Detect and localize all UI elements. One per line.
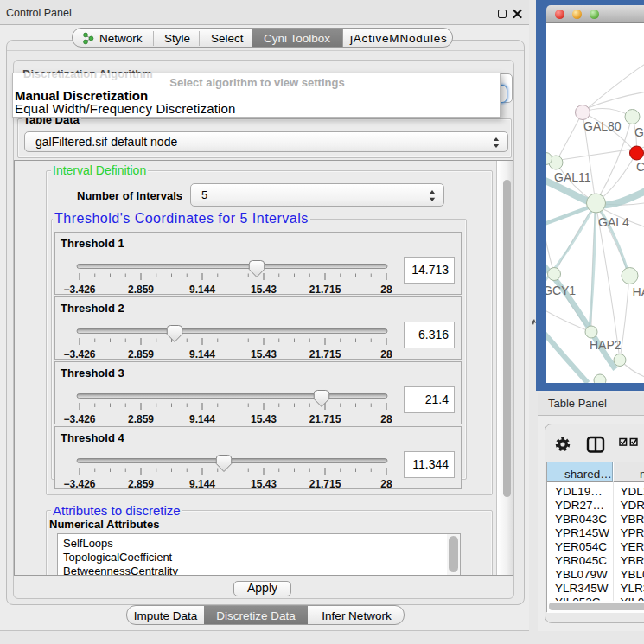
svg-text:28: 28 bbox=[380, 478, 392, 490]
svg-text:GAL80: GAL80 bbox=[583, 119, 622, 133]
svg-text:28: 28 bbox=[380, 413, 392, 425]
svg-text:15.43: 15.43 bbox=[251, 413, 277, 425]
svg-text:GAL4: GAL4 bbox=[598, 215, 629, 229]
svg-text:2.859: 2.859 bbox=[128, 413, 154, 425]
svg-text:GA: GA bbox=[634, 125, 644, 139]
svg-text:9.144: 9.144 bbox=[189, 478, 215, 490]
svg-text:28: 28 bbox=[380, 348, 392, 360]
svg-text:−3.426: −3.426 bbox=[63, 413, 95, 425]
svg-text:9.144: 9.144 bbox=[189, 348, 215, 360]
svg-text:9.144: 9.144 bbox=[189, 413, 215, 425]
svg-text:GAL11: GAL11 bbox=[554, 170, 591, 184]
svg-text:2.859: 2.859 bbox=[128, 478, 154, 490]
svg-text:−3.426: −3.426 bbox=[63, 284, 95, 296]
svg-text:21.715: 21.715 bbox=[309, 284, 341, 296]
svg-text:15.43: 15.43 bbox=[251, 284, 277, 296]
svg-text:9.144: 9.144 bbox=[189, 284, 215, 296]
svg-text:28: 28 bbox=[380, 284, 392, 296]
svg-text:HA: HA bbox=[633, 285, 644, 299]
svg-text:15.43: 15.43 bbox=[251, 478, 277, 490]
svg-text:2.859: 2.859 bbox=[128, 348, 154, 360]
svg-text:21.715: 21.715 bbox=[309, 413, 341, 425]
svg-text:2.859: 2.859 bbox=[128, 284, 154, 296]
svg-text:HAP2: HAP2 bbox=[590, 338, 622, 352]
svg-text:−3.426: −3.426 bbox=[63, 478, 95, 490]
svg-text:15.43: 15.43 bbox=[251, 348, 277, 360]
svg-text:CA: CA bbox=[636, 160, 644, 174]
svg-text:21.715: 21.715 bbox=[309, 478, 341, 490]
svg-text:GCY1: GCY1 bbox=[546, 284, 576, 297]
svg-text:21.715: 21.715 bbox=[309, 348, 341, 360]
svg-text:−3.426: −3.426 bbox=[63, 348, 95, 360]
